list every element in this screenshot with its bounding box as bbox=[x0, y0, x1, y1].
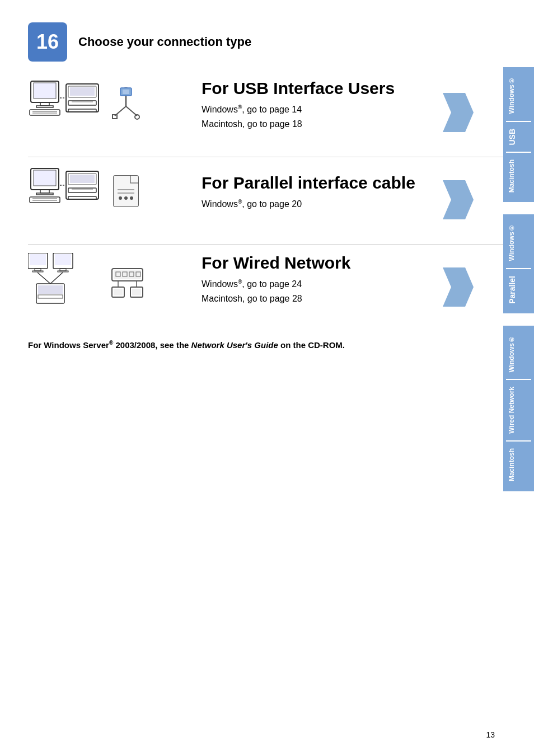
usb-title: For USB Interface Users bbox=[202, 79, 461, 98]
svg-point-41 bbox=[130, 196, 133, 200]
svg-rect-9 bbox=[70, 87, 95, 96]
svg-marker-22 bbox=[443, 93, 474, 132]
svg-rect-4 bbox=[30, 110, 60, 115]
svg-rect-21 bbox=[123, 90, 129, 94]
tab-macintosh-usb: Macintosh bbox=[503, 153, 534, 199]
page-container: 16 Choose your connection type bbox=[0, 0, 534, 756]
step-header: 16 Choose your connection type bbox=[28, 22, 506, 62]
tab-wired-windows: Windows® bbox=[503, 328, 534, 379]
tab-group-parallel: Windows® Parallel bbox=[503, 214, 534, 314]
svg-marker-44 bbox=[443, 180, 474, 219]
page-number: 13 bbox=[486, 730, 495, 739]
svg-rect-55 bbox=[38, 295, 63, 298]
network-symbol-icon bbox=[109, 260, 146, 299]
svg-rect-35 bbox=[68, 196, 96, 199]
wired-section: For Wired Network Windows®, go to page 2… bbox=[28, 253, 506, 323]
wired-line2: Macintosh, go to page 28 bbox=[202, 292, 461, 306]
parallel-computer-printer-icon bbox=[28, 166, 101, 219]
tab-wired-macintosh: Macintosh bbox=[503, 442, 534, 488]
svg-rect-10 bbox=[68, 101, 96, 105]
divider-1 bbox=[28, 157, 506, 157]
svg-rect-27 bbox=[30, 197, 60, 203]
svg-rect-24 bbox=[34, 170, 56, 186]
tab-spacer-2 bbox=[503, 319, 534, 326]
svg-rect-46 bbox=[30, 254, 46, 265]
parallel-title: For Parallel interface cable bbox=[202, 173, 461, 192]
svg-line-17 bbox=[126, 106, 137, 116]
svg-rect-54 bbox=[38, 285, 63, 294]
wired-title: For Wired Network bbox=[202, 253, 461, 273]
svg-point-40 bbox=[124, 196, 128, 200]
usb-symbol-icon bbox=[109, 87, 143, 123]
svg-rect-38 bbox=[114, 176, 138, 206]
svg-rect-67 bbox=[132, 289, 141, 295]
tab-parallel-label: Parallel bbox=[503, 269, 534, 311]
svg-marker-70 bbox=[443, 267, 474, 307]
tab-windows-usb: Windows® bbox=[503, 70, 534, 121]
parallel-arrow-icon bbox=[443, 180, 474, 219]
svg-rect-65 bbox=[114, 289, 123, 295]
footer-note: For Windows Server® 2003/2008, see the N… bbox=[28, 340, 506, 350]
svg-rect-33 bbox=[68, 188, 96, 192]
tab-spacer-1 bbox=[503, 208, 534, 214]
parallel-line1: Windows®, go to page 20 bbox=[202, 197, 461, 212]
svg-rect-3 bbox=[36, 106, 53, 107]
wired-computers-icon bbox=[28, 253, 101, 306]
tab-parallel-windows: Windows® bbox=[503, 217, 534, 268]
step-number: 16 bbox=[36, 30, 59, 54]
svg-rect-12 bbox=[68, 109, 96, 112]
svg-rect-50 bbox=[55, 254, 71, 265]
step-title: Choose your connection type bbox=[78, 35, 251, 49]
tab-group-usb: Windows® USB Macintosh bbox=[503, 67, 534, 203]
svg-line-56 bbox=[38, 273, 50, 284]
svg-rect-32 bbox=[70, 175, 95, 183]
parallel-content: For Parallel interface cable Windows®, g… bbox=[190, 173, 461, 212]
usb-arrow-icon bbox=[443, 93, 474, 132]
svg-rect-52 bbox=[58, 271, 68, 272]
parallel-section: For Parallel interface cable Windows®, g… bbox=[28, 166, 506, 236]
svg-line-57 bbox=[50, 273, 63, 284]
tab-usb-label: USB bbox=[503, 122, 534, 152]
svg-rect-48 bbox=[32, 271, 43, 272]
svg-point-39 bbox=[119, 196, 122, 200]
svg-rect-1 bbox=[34, 83, 56, 98]
tab-group-wired: Windows® Wired Network Macintosh bbox=[503, 326, 534, 492]
parallel-illustrations bbox=[28, 166, 190, 219]
wired-content: For Wired Network Windows®, go to page 2… bbox=[190, 253, 461, 306]
step-badge: 16 bbox=[28, 22, 67, 62]
wired-illustrations bbox=[28, 253, 190, 306]
svg-rect-26 bbox=[36, 193, 53, 195]
usb-content: For USB Interface Users Windows®, go to … bbox=[190, 79, 461, 131]
usb-line2: Macintosh, go to page 18 bbox=[202, 117, 461, 132]
usb-line1: Windows®, go to page 14 bbox=[202, 102, 461, 117]
wired-line1: Windows®, go to page 24 bbox=[202, 277, 461, 292]
right-tabs-panel: Windows® USB Macintosh Windows® Parallel… bbox=[503, 67, 534, 492]
divider-2 bbox=[28, 244, 506, 245]
usb-section: For USB Interface Users Windows®, go to … bbox=[28, 78, 506, 148]
usb-illustrations bbox=[28, 78, 190, 132]
wired-arrow-icon bbox=[443, 267, 474, 307]
usb-computer-printer-icon bbox=[28, 78, 101, 132]
tab-wired-label: Wired Network bbox=[503, 380, 534, 440]
parallel-symbol-icon bbox=[109, 173, 143, 212]
